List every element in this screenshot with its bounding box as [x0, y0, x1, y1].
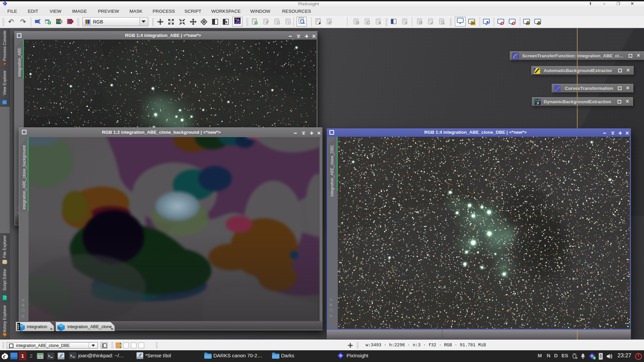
svg-text:24: 24: [471, 21, 475, 25]
